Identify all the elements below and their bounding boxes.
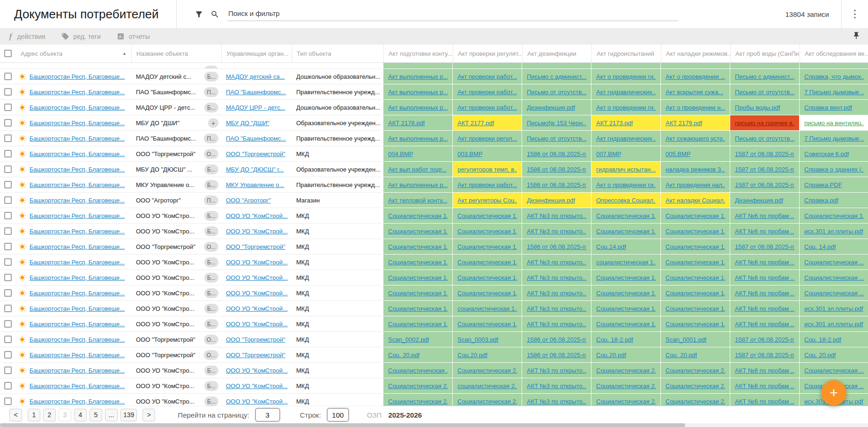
- document-link[interactable]: Соц.20.pdf: [596, 352, 626, 359]
- document-link[interactable]: гидравлич испытан...: [596, 166, 656, 173]
- document-link[interactable]: Акт о прорведении ...: [666, 73, 725, 80]
- page-button-2[interactable]: 2: [43, 409, 56, 421]
- document-link[interactable]: АКТ №3 по открыто...: [527, 212, 586, 219]
- document-link[interactable]: Соц.14.pdf: [596, 243, 626, 250]
- document-link[interactable]: АКТ №6 по пробам ...: [735, 367, 794, 374]
- document-link[interactable]: 1586 от 06.08.2025-п...: [527, 352, 586, 359]
- tag-chip[interactable]: Б...: [204, 211, 218, 221]
- tag-chip[interactable]: О...: [204, 149, 218, 159]
- document-link[interactable]: 1587 от 06.08.2025-п...: [735, 352, 794, 359]
- document-link[interactable]: Дезинфекция.pdf: [527, 197, 575, 204]
- document-link[interactable]: наладка режимов З...: [666, 166, 725, 173]
- managing-org-link[interactable]: ООО УО "КомСтрой...: [226, 212, 288, 219]
- document-link[interactable]: Письмо с админист...: [527, 73, 586, 80]
- document-link[interactable]: Пробы воды.pdf: [735, 104, 780, 111]
- document-link[interactable]: Социалистическая 1...: [666, 212, 725, 219]
- document-link[interactable]: 007.BMP: [596, 150, 621, 157]
- document-link[interactable]: исх.301 эл.плиты.pdf: [804, 305, 863, 312]
- document-link[interactable]: регуляторов темп. в...: [457, 166, 517, 173]
- managing-org-link[interactable]: ООО УО "КомСтрой...: [226, 290, 288, 297]
- document-link[interactable]: письмо на горячее в...: [735, 120, 794, 127]
- actions-button[interactable]: ƒ действия: [8, 31, 45, 42]
- document-link[interactable]: АКТ №6 по пробам ...: [735, 398, 794, 405]
- document-link[interactable]: Акт проверки работ...: [457, 104, 517, 111]
- document-link[interactable]: социалистическая 1...: [457, 305, 517, 312]
- document-link[interactable]: АКТ №3 по открыто...: [527, 321, 586, 328]
- document-link[interactable]: Scan_0001.pdf: [666, 336, 706, 343]
- document-link[interactable]: Письмо от отсутств...: [527, 135, 586, 142]
- document-link[interactable]: АКТ №6 по пробам ...: [735, 259, 794, 266]
- row-checkbox[interactable]: [4, 243, 12, 250]
- document-link[interactable]: Дезинфекция.pdf: [527, 104, 575, 111]
- document-link[interactable]: Социалистическая 1...: [666, 290, 725, 297]
- document-link[interactable]: АКТ №6 по пробам ...: [735, 290, 794, 297]
- reports-button[interactable]: отчеты: [117, 32, 150, 40]
- row-checkbox[interactable]: [4, 289, 12, 297]
- managing-org-link[interactable]: ООО УО "КомСтрой...: [226, 367, 288, 374]
- tag-chip[interactable]: Б...: [204, 273, 218, 283]
- document-link[interactable]: 1586 от 06.08.2025-п...: [527, 166, 586, 173]
- document-link[interactable]: АКТ №6 по пробам ...: [735, 321, 794, 328]
- document-link[interactable]: Акт выполненных р...: [388, 73, 448, 80]
- document-link[interactable]: Акт тепловой конту...: [388, 197, 447, 204]
- document-link[interactable]: АКТ №6 по пробам ...: [735, 305, 794, 312]
- document-link[interactable]: Социалистическая 1...: [457, 290, 517, 297]
- document-link[interactable]: Социалистическая 1...: [804, 212, 864, 219]
- document-link[interactable]: Социалистическая 2...: [596, 382, 656, 390]
- managing-org-link[interactable]: ООО УО "КомСтрой...: [226, 259, 288, 266]
- document-link[interactable]: АКТ №6 по пробам ...: [735, 228, 794, 235]
- column-header-2[interactable]: Название объекта: [131, 45, 221, 62]
- document-link[interactable]: письмо на вентиляц...: [804, 120, 864, 127]
- tag-chip[interactable]: +: [208, 118, 218, 128]
- managing-org-link[interactable]: ООО "Торгремстрой": [226, 243, 285, 250]
- document-link[interactable]: Социалистическая 1...: [457, 243, 517, 250]
- document-link[interactable]: АКТ 2178.pdf: [388, 120, 425, 127]
- document-link[interactable]: Акт гидравлических...: [596, 89, 656, 96]
- row-checkbox[interactable]: [4, 367, 12, 374]
- document-link[interactable]: АКТ №6 по пробам ...: [735, 274, 794, 281]
- document-link[interactable]: Письмо от отсутств...: [735, 135, 794, 142]
- document-link[interactable]: АКТ №3 по открыто...: [527, 290, 586, 297]
- document-link[interactable]: Письмо от отсутств...: [735, 89, 794, 96]
- page-button-1[interactable]: 1: [28, 409, 40, 421]
- row-checkbox[interactable]: [4, 104, 12, 111]
- document-link[interactable]: Scan_0002.pdf: [388, 336, 429, 343]
- document-link[interactable]: Социалистическая 2...: [596, 367, 656, 374]
- document-link[interactable]: Социалистическая 2...: [388, 382, 448, 390]
- tag-chip[interactable]: Б...: [204, 381, 218, 391]
- managing-org-link[interactable]: ООО "Торгремстрой": [226, 150, 285, 157]
- document-link[interactable]: социалистическая 1...: [596, 259, 656, 266]
- document-link[interactable]: АКТ №3 по открыто...: [527, 228, 586, 235]
- managing-org-link[interactable]: ООО УО "КомСтрой...: [226, 382, 288, 390]
- document-link[interactable]: 003.BMP: [457, 150, 482, 157]
- row-checkbox[interactable]: [4, 320, 12, 328]
- tag-chip[interactable]: Б...: [204, 366, 218, 375]
- document-link[interactable]: Акт вскрытия сужа...: [666, 89, 723, 96]
- document-link[interactable]: АКТ №3 по открыто...: [527, 367, 586, 374]
- document-link[interactable]: Социалистическая 2...: [666, 398, 725, 405]
- document-link[interactable]: Scan_0003.pdf: [457, 336, 498, 343]
- rows-per-page-input[interactable]: 100: [327, 408, 349, 422]
- document-link[interactable]: 1587 от 06.08.2025-п...: [735, 181, 794, 188]
- address-link[interactable]: Башкортостан Респ, Благовеще...: [30, 259, 125, 266]
- document-link[interactable]: Акт проверки работ...: [457, 73, 517, 80]
- managing-org-link[interactable]: ООО "Агроторг": [226, 197, 271, 204]
- document-link[interactable]: Акт гидравлических...: [596, 135, 656, 142]
- tag-chip[interactable]: П...: [204, 87, 218, 97]
- address-link[interactable]: Башкортостан Респ, Благовеще...: [30, 212, 125, 219]
- row-checkbox[interactable]: [4, 258, 12, 266]
- document-link[interactable]: Социалистичсекая 1...: [596, 228, 656, 235]
- document-link[interactable]: Советская 6.pdf: [804, 150, 849, 157]
- document-link[interactable]: Социалистическая 2...: [596, 398, 656, 405]
- address-link[interactable]: Башкортостан Респ, Благовеще...: [30, 274, 125, 281]
- document-link[interactable]: исх.301 эл.плиты.pdf: [804, 321, 863, 328]
- column-header-5[interactable]: Акт подготовки конту...: [383, 45, 453, 62]
- page-button-3[interactable]: 3: [59, 409, 71, 421]
- document-link[interactable]: Соц.20.pdf: [457, 352, 487, 359]
- address-link[interactable]: Башкортостан Респ, Благовеще...: [30, 150, 125, 157]
- document-link[interactable]: Справка о зданиях (...: [804, 166, 864, 173]
- document-link[interactable]: АКТ 2173.pdf: [596, 120, 633, 127]
- document-link[interactable]: Социалистическая 1...: [596, 305, 656, 312]
- document-link[interactable]: Соц. 20.pdf: [388, 352, 419, 359]
- document-link[interactable]: 7 Письмо дымовые ...: [804, 89, 864, 96]
